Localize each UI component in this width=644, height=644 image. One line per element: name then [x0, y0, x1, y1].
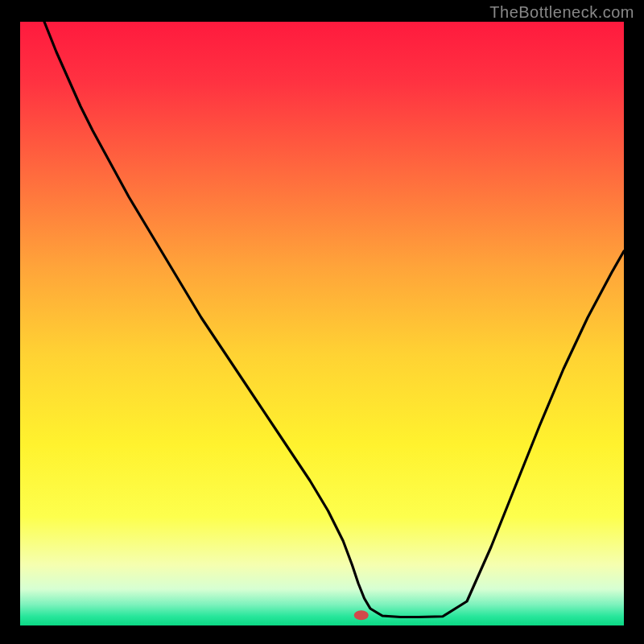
- min-point-marker: [354, 610, 369, 620]
- chart-frame: TheBottleneck.com: [0, 0, 644, 644]
- watermark-text: TheBottleneck.com: [489, 3, 634, 22]
- plot-area: [20, 22, 624, 625]
- bottleneck-chart: [20, 22, 624, 625]
- gradient-background: [20, 22, 624, 625]
